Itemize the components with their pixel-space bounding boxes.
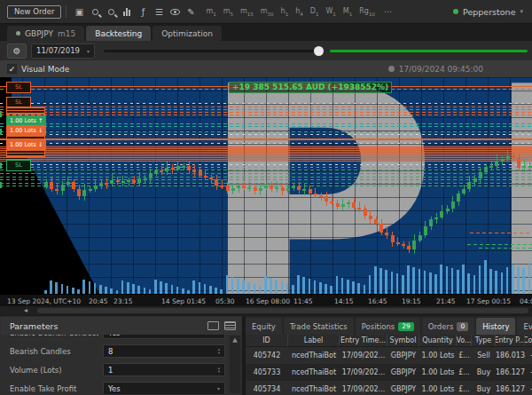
chart-canvas[interactable]: P P SLSL1.00 Lots ↑1.00 Lots ↓1.00 Lots … (0, 77, 532, 294)
parameter-value: Yes (108, 335, 121, 337)
order-stripe-box (6, 107, 45, 115)
table-cell: £... (457, 381, 472, 395)
timeframe-h4[interactable]: h4 (295, 7, 303, 17)
table-cell: GBPJPY (387, 381, 419, 395)
timeframe-M1[interactable]: M1 (343, 7, 352, 17)
timeframe-m30[interactable]: m30 (261, 7, 274, 17)
broker-menu[interactable]: Pepperstone ▾ (453, 7, 523, 17)
history-table-row[interactable]: 405733ncedThaiBot17/09/202...GBPJPY1.00 … (246, 364, 532, 381)
table-cell: 1.00 Lots (419, 347, 457, 364)
parameter-stepper[interactable]: 1▴▾ (103, 363, 225, 376)
parameter-dropdown[interactable]: Yes▾ (103, 382, 225, 394)
settings-button[interactable]: ⚙ (7, 43, 27, 59)
results-tab-label: Events (523, 322, 532, 331)
tab-backtesting[interactable]: Backtesting (86, 26, 151, 41)
history-table-row[interactable]: 405734ncedThaiBot17/09/202...GBPJPY1.00 … (246, 381, 532, 395)
timeframe-m15[interactable]: m15 (240, 7, 254, 17)
more-timeframes-button[interactable]: ⋯ (384, 7, 392, 16)
zoom-out-icon[interactable] (104, 4, 118, 19)
position-lots-label[interactable]: 1.00 Lots ↑ (6, 115, 46, 126)
position-lots-label[interactable]: 1.00 Lots ↓ (6, 125, 46, 136)
table-cell: Buy (472, 381, 496, 395)
timeframe-m5[interactable]: m5 (223, 7, 233, 17)
scroll-up-icon[interactable]: ▲ (230, 336, 240, 344)
eye-icon (170, 9, 180, 15)
column-header[interactable]: Type (472, 335, 496, 346)
table-cell: GBPJPY (387, 364, 419, 381)
results-tab-events[interactable]: Events (517, 318, 532, 335)
objects-layers-icon[interactable]: ☰ (152, 4, 166, 19)
results-tab-positions[interactable]: Positions29 (356, 318, 420, 335)
table-cell: 186.127 (496, 381, 525, 395)
zoom-in-icon[interactable] (88, 4, 102, 19)
stepper-arrows-icon[interactable]: ▴▾ (218, 348, 220, 355)
draw-icon[interactable]: ✎ (184, 4, 198, 19)
parameter-dropdown[interactable]: Yes▾ (103, 335, 225, 339)
results-tab-equity[interactable]: Equity (246, 318, 282, 335)
chart-tab-symbol: GBPJPY (25, 29, 53, 38)
progress-slider-thumb[interactable] (314, 46, 324, 56)
gear-icon: ⚙ (13, 46, 21, 56)
chart-type-icon[interactable] (120, 4, 134, 19)
toolbar-icon-group: ▣ƒ☰✎ (71, 4, 199, 19)
timeframe-h1[interactable]: h1 (281, 7, 289, 17)
results-tab-orders[interactable]: Orders0 (422, 318, 474, 335)
parameter-value: Yes (108, 384, 121, 393)
eye-icon[interactable] (168, 4, 182, 19)
visual-mode-label: Visual Mode (21, 65, 69, 74)
table-cell: 17/09/202... (340, 381, 387, 395)
timeframe-Rg10[interactable]: Rg10 (359, 7, 375, 17)
visual-mode-checkbox[interactable]: ✓ (7, 64, 17, 74)
chevron-down-icon[interactable]: ▾ (217, 385, 220, 391)
panel-window-icon[interactable] (207, 321, 219, 330)
column-header[interactable]: Label (288, 335, 340, 346)
column-header[interactable]: Vo... (457, 335, 472, 346)
indicators-icon[interactable]: ƒ (136, 4, 150, 19)
history-table-row[interactable]: 405742ncedThaiBot17/09/202...GBPJPY1.00 … (246, 347, 532, 364)
column-header[interactable]: Quantity (419, 335, 457, 346)
table-cell: - (525, 347, 532, 364)
backtest-progress-slider[interactable] (104, 45, 528, 56)
position-lots-label[interactable]: 1.00 Lots ↓ (6, 139, 46, 150)
time-axis: 13 Sep 2024, UTC+1020:4523:1514 Sep 01:4… (0, 294, 532, 306)
scroll-left-icon[interactable]: ◂ (24, 306, 27, 315)
stop-loss-label[interactable]: SL (6, 160, 31, 171)
results-tab-trade-statistics[interactable]: Trade Statistics (284, 318, 354, 335)
chevron-down-icon[interactable]: ▾ (217, 335, 220, 336)
table-cell: GBPJPY (387, 347, 419, 364)
new-order-button[interactable]: New Order (7, 5, 61, 19)
backtest-clock: 17/09/2024 09:45:00 (388, 65, 483, 74)
stop-loss-label[interactable]: SL (6, 82, 31, 93)
column-header[interactable]: ID (246, 335, 288, 346)
table-cell: 405734 (246, 381, 288, 395)
tab-optimization[interactable]: Optimization (153, 26, 222, 41)
progress-track-elapsed (104, 50, 318, 52)
column-header[interactable]: Co... (525, 335, 532, 346)
panel-list-icon[interactable] (224, 321, 236, 330)
chart-type-icon (123, 8, 130, 16)
results-tab-label: Positions (362, 322, 395, 331)
top-toolbar: New Order ▣ƒ☰✎ m1m5m15m30h1h4D1W1M1Rg10 … (0, 0, 532, 24)
column-header[interactable]: Entry P... (496, 335, 525, 346)
chart-horizontal-scrollbar[interactable]: ◂ (0, 306, 532, 315)
timeframe-W1[interactable]: W1 (325, 7, 335, 17)
results-tab-label: Trade Statistics (290, 322, 348, 331)
results-tab-history[interactable]: History (476, 318, 515, 335)
layout-icon[interactable]: ▣ (72, 4, 86, 19)
timeframe-D1[interactable]: D1 (310, 7, 319, 17)
timeframe-m1[interactable]: m1 (206, 7, 215, 17)
parameter-stepper[interactable]: 8▴▾ (103, 344, 225, 358)
tab-chart-gbpjpy[interactable]: GBPJPY m15 (7, 26, 84, 41)
chevron-down-icon: ▾ (520, 8, 523, 15)
scrollbar-track[interactable] (37, 308, 528, 313)
column-header[interactable]: Symbol (387, 335, 419, 346)
parameters-scrollbar[interactable]: ▲ (230, 336, 240, 393)
zoom-out-icon (108, 9, 114, 15)
column-header[interactable]: Entry Time... (340, 335, 387, 346)
parameters-panel: Parameters Enable Bearish Consecuti...Ye… (0, 316, 242, 395)
start-date-select[interactable]: 11/07/2019 ▾ (31, 43, 95, 59)
ctrader-backtesting-window: New Order ▣ƒ☰✎ m1m5m15m30h1h4D1W1M1Rg10 … (0, 0, 532, 395)
stepper-arrows-icon[interactable]: ▴▾ (218, 367, 220, 374)
left-edge-tick (0, 129, 2, 135)
chevron-down-icon: ▾ (87, 48, 90, 54)
